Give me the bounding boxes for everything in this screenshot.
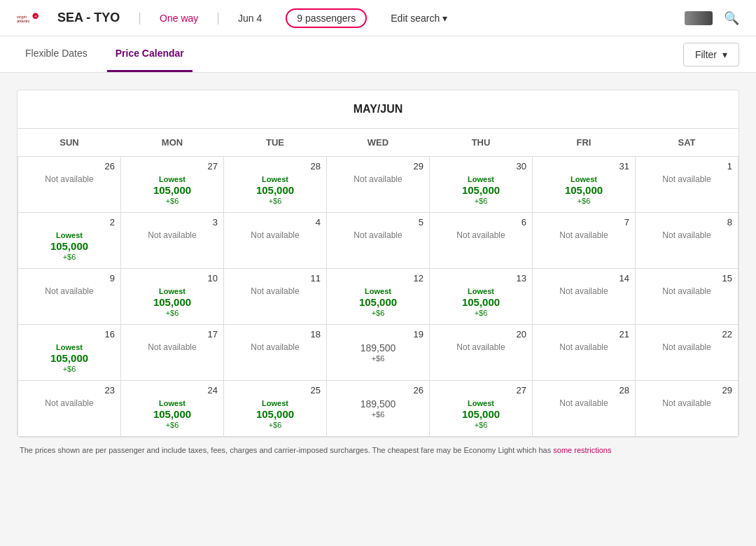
calendar-cell[interactable]: 15Not available <box>636 269 738 325</box>
not-available-label: Not available <box>354 174 402 184</box>
calendar-cell[interactable]: 12 Lowest 105,000 +$6 <box>327 269 430 325</box>
cell-content: Not available <box>230 286 321 296</box>
calendar-cell[interactable]: 21Not available <box>533 325 636 381</box>
cell-date: 2 <box>24 217 115 227</box>
lowest-price: 105,000 <box>127 296 218 308</box>
calendar-cell[interactable]: 13 Lowest 105,000 +$6 <box>430 269 533 325</box>
calendar-cell[interactable]: 3Not available <box>121 213 224 269</box>
lowest-surcharge: +$6 <box>475 309 488 317</box>
calendar-cell[interactable]: 31 Lowest 105,000 +$6 <box>533 157 636 213</box>
cell-date: 26 <box>24 161 115 172</box>
calendar-cell[interactable]: 24 Lowest 105,000 +$6 <box>121 381 224 437</box>
lowest-price: 105,000 <box>435 296 526 308</box>
calendar-cell[interactable]: 2 Lowest 105,000 +$6 <box>18 213 121 269</box>
not-available-label: Not available <box>559 342 608 352</box>
cell-date: 6 <box>435 217 526 227</box>
calendar-cell[interactable]: 22Not available <box>636 325 738 381</box>
logo-area: virgin atlantic ✈ <box>17 7 39 29</box>
cell-date: 7 <box>538 217 629 227</box>
filter-button[interactable]: Filter ▾ <box>683 43 739 66</box>
date-label: Jun 4 <box>238 13 262 24</box>
calendar-cell[interactable]: 26Not available <box>18 157 121 213</box>
calendar-cell[interactable]: 7Not available <box>533 213 636 269</box>
svg-text:virgin: virgin <box>17 15 27 19</box>
calendar-row-4: 23Not available24 Lowest 105,000 +$6 25 … <box>18 381 738 437</box>
lowest-price: 105,000 <box>435 184 526 196</box>
cell-date: 13 <box>435 273 526 284</box>
col-fri: FRI <box>533 129 636 157</box>
price-surcharge: +$6 <box>372 354 385 363</box>
calendar-cell[interactable]: 29Not available <box>636 381 738 437</box>
calendar-cell[interactable]: 18Not available <box>224 325 327 381</box>
calendar-cell[interactable]: 28Not available <box>533 381 636 437</box>
calendar-cell[interactable]: 29Not available <box>327 157 430 213</box>
normal-price: 189,500 <box>332 342 424 354</box>
search-icon-button[interactable]: 🔍 <box>724 10 739 26</box>
not-available-label: Not available <box>251 230 299 240</box>
cell-date: 19 <box>332 329 424 340</box>
calendar-container: MAY/JUN SUN MON TUE WED THU FRI SAT 26No… <box>17 90 739 438</box>
col-mon: MON <box>121 129 224 157</box>
cell-content: Lowest 105,000 +$6 <box>332 286 424 318</box>
cell-content: Lowest 105,000 +$6 <box>435 398 526 430</box>
calendar-cell[interactable]: 28 Lowest 105,000 +$6 <box>224 157 327 213</box>
calendar-cell[interactable]: 11Not available <box>224 269 327 325</box>
tab-price-calendar[interactable]: Price Calendar <box>107 36 192 72</box>
cell-content: 189,500 +$6 <box>332 398 424 419</box>
cell-date: 10 <box>127 273 218 284</box>
lowest-price: 105,000 <box>230 408 321 420</box>
calendar-cell[interactable]: 1Not available <box>636 157 738 213</box>
calendar-cell[interactable]: 10 Lowest 105,000 +$6 <box>121 269 224 325</box>
calendar-cell[interactable]: 27 Lowest 105,000 +$6 <box>121 157 224 213</box>
not-available-label: Not available <box>148 342 196 352</box>
not-available-label: Not available <box>456 342 505 352</box>
cell-date: 18 <box>230 329 321 340</box>
some-restrictions-link[interactable]: some restrictions <box>553 446 611 454</box>
search-icon: 🔍 <box>724 11 739 25</box>
cell-content: Lowest 105,000 +$6 <box>538 174 629 206</box>
tab-flexible-dates[interactable]: Flexible Dates <box>17 36 96 72</box>
cell-date: 24 <box>127 385 218 396</box>
cell-content: Not available <box>435 230 526 240</box>
calendar-cell[interactable]: 23Not available <box>18 381 121 437</box>
calendar-cell[interactable]: 9Not available <box>18 269 121 325</box>
calendar-cell[interactable]: 26 189,500 +$6 <box>327 381 430 437</box>
calendar-cell[interactable]: 19 189,500 +$6 <box>327 325 430 381</box>
edit-search-button[interactable]: Edit search ▾ <box>391 13 447 24</box>
cell-content: Not available <box>127 342 218 352</box>
lowest-label: Lowest <box>468 287 494 295</box>
not-available-label: Not available <box>662 286 710 296</box>
not-available-label: Not available <box>662 398 710 408</box>
calendar-cell[interactable]: 25 Lowest 105,000 +$6 <box>224 381 327 437</box>
calendar-cell[interactable]: 30 Lowest 105,000 +$6 <box>430 157 533 213</box>
passengers-button[interactable]: 9 passengers <box>286 8 367 28</box>
calendar-cell[interactable]: 5Not available <box>327 213 430 269</box>
calendar-cell[interactable]: 17Not available <box>121 325 224 381</box>
cell-date: 22 <box>641 329 732 340</box>
calendar-cell[interactable]: 4Not available <box>224 213 327 269</box>
cell-date: 29 <box>641 385 732 396</box>
calendar-cell[interactable]: 6Not available <box>430 213 533 269</box>
lowest-surcharge: +$6 <box>578 197 591 205</box>
calendar-cell[interactable]: 20Not available <box>430 325 533 381</box>
col-wed: WED <box>327 129 430 157</box>
not-available-label: Not available <box>45 174 93 184</box>
calendar-cell[interactable]: 14Not available <box>533 269 636 325</box>
calendar-cell[interactable]: 27 Lowest 105,000 +$6 <box>430 381 533 437</box>
lowest-label: Lowest <box>365 287 391 295</box>
cell-date: 4 <box>230 217 321 227</box>
cell-date: 1 <box>641 161 732 172</box>
not-available-label: Not available <box>251 286 299 296</box>
cell-content: Lowest 105,000 +$6 <box>127 286 218 318</box>
calendar-cell[interactable]: 16 Lowest 105,000 +$6 <box>18 325 121 381</box>
cell-content: Not available <box>230 342 321 352</box>
cell-content: Lowest 105,000 +$6 <box>435 174 526 206</box>
calendar-cell[interactable]: 8Not available <box>636 213 738 269</box>
cell-content: Not available <box>538 230 629 240</box>
lowest-label: Lowest <box>159 399 186 407</box>
cell-content: Not available <box>641 230 732 240</box>
lowest-surcharge: +$6 <box>166 309 179 317</box>
lowest-surcharge: +$6 <box>269 421 282 429</box>
col-sat: SAT <box>636 129 738 157</box>
not-available-label: Not available <box>251 342 299 352</box>
